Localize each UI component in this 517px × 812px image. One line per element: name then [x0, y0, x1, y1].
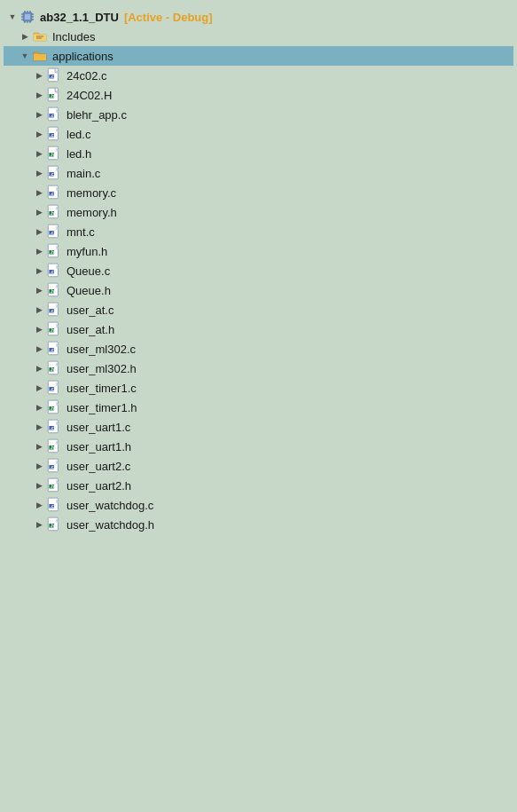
chevron-led-h[interactable] [32, 146, 46, 161]
svg-text:.h: .h [51, 327, 55, 333]
file-memory-c[interactable]: .c memory.c [4, 183, 513, 202]
file-queue-c[interactable]: .c Queue.c [4, 261, 513, 280]
svg-text:.h: .h [51, 152, 55, 157]
file-c-icon-2: .c [46, 106, 62, 122]
chevron-blehr-app[interactable] [32, 107, 46, 122]
file-queue-h-label: Queue.h [67, 284, 111, 297]
file-led-h[interactable]: .h led.h [4, 144, 513, 163]
chevron-includes[interactable] [18, 29, 32, 43]
file-c-icon-11: .c [46, 419, 62, 435]
file-24C02H[interactable]: .h 24C02.H [4, 85, 513, 105]
file-h-icon-7: .h [46, 360, 62, 376]
file-main-c[interactable]: .c main.c [4, 163, 513, 183]
svg-text:.c: .c [51, 308, 54, 313]
chevron-user-uart2-c[interactable] [32, 459, 46, 473]
svg-text:.h: .h [51, 93, 55, 99]
file-myfun-h[interactable]: .h myfun.h [4, 241, 513, 261]
includes-folder-icon [32, 28, 48, 44]
file-c-icon-10: .c [46, 380, 62, 396]
applications-folder[interactable]: applications [4, 46, 513, 66]
file-user-at-h[interactable]: .h user_at.h [4, 319, 513, 339]
svg-text:.c: .c [51, 464, 54, 469]
chevron-user-uart1-c[interactable] [32, 420, 46, 434]
file-user-at-c-label: user_at.c [67, 304, 114, 317]
svg-text:.c: .c [51, 230, 54, 235]
chevron-queue-h[interactable] [32, 283, 46, 297]
chevron-user-timer1-c[interactable] [32, 381, 46, 395]
chevron-memory-h[interactable] [32, 205, 46, 219]
file-mnt-c-label: mnt.c [67, 225, 95, 239]
file-c-icon-8: .c [46, 302, 62, 318]
svg-text:.h: .h [51, 249, 55, 255]
chevron-24C02H[interactable] [32, 88, 46, 102]
chevron-user-timer1-h[interactable] [32, 400, 46, 414]
file-queue-h[interactable]: .h Queue.h [4, 280, 513, 300]
chevron-user-at-h[interactable] [32, 322, 46, 336]
chevron-user-at-c[interactable] [32, 303, 46, 317]
chevron-memory-c[interactable] [32, 185, 46, 200]
file-user-uart1-h[interactable]: .h user_uart1.h [4, 437, 513, 456]
file-h-icon-9: .h [46, 438, 62, 454]
file-h-icon-8: .h [46, 399, 62, 415]
file-user-timer1-c[interactable]: .c user_timer1.c [4, 378, 513, 398]
chevron-myfun-h[interactable] [32, 244, 46, 258]
chevron-user-ml302-c[interactable] [32, 342, 46, 356]
applications-label: applications [52, 50, 114, 63]
file-user-timer1-h-label: user_timer1.h [67, 401, 137, 414]
svg-text:.h: .h [51, 210, 55, 216]
file-user-uart2-h-label: user_uart2.h [67, 479, 131, 493]
chevron-user-watchdog-c[interactable] [32, 498, 46, 512]
file-blehr-app-label: blehr_app.c [67, 108, 127, 122]
file-memory-h[interactable]: .h memory.h [4, 202, 513, 222]
chevron-led-c[interactable] [32, 127, 46, 141]
file-24c02c[interactable]: .c 24c02.c [4, 66, 513, 85]
chevron-24c02c[interactable] [32, 68, 46, 83]
file-mnt-c[interactable]: .c mnt.c [4, 222, 513, 241]
file-user-ml302-c[interactable]: .c user_ml302.c [4, 339, 513, 359]
svg-text:.h: .h [51, 523, 55, 528]
chevron-user-uart2-h[interactable] [32, 478, 46, 493]
chevron-mnt-c[interactable] [32, 225, 46, 239]
includes-label: Includes [52, 30, 95, 43]
file-c-icon: .c [46, 67, 62, 83]
file-user-timer1-h[interactable]: .h user_timer1.h [4, 398, 513, 417]
chevron-project[interactable] [5, 10, 20, 24]
chevron-user-uart1-h[interactable] [32, 439, 46, 453]
file-user-watchdog-h[interactable]: .h user_watchdog.h [4, 515, 513, 534]
file-c-icon-6: .c [46, 224, 62, 240]
file-memory-h-label: memory.h [67, 206, 117, 219]
file-user-timer1-c-label: user_timer1.c [67, 382, 137, 395]
project-status: [Active - Debug] [124, 11, 213, 24]
file-led-c-label: led.c [67, 128, 90, 141]
file-tree: ab32_1.1_DTU [Active - Debug] Includes [4, 7, 513, 534]
svg-rect-1 [25, 14, 30, 20]
includes-folder[interactable]: Includes [4, 27, 513, 46]
svg-text:.c: .c [51, 74, 54, 79]
file-led-h-label: led.h [67, 147, 91, 161]
svg-text:.h: .h [51, 288, 55, 294]
applications-folder-icon [32, 48, 48, 64]
chevron-user-watchdog-h[interactable] [32, 517, 46, 532]
chevron-applications[interactable] [18, 49, 32, 63]
project-root[interactable]: ab32_1.1_DTU [Active - Debug] [4, 7, 513, 27]
chevron-user-ml302-h[interactable] [32, 361, 46, 375]
file-memory-c-label: memory.c [67, 186, 116, 200]
file-user-watchdog-c[interactable]: .c user_watchdog.c [4, 495, 513, 515]
file-user-uart2-c[interactable]: .c user_uart2.c [4, 456, 513, 476]
file-h-icon: .h [46, 87, 62, 103]
file-user-ml302-c-label: user_ml302.c [67, 343, 136, 356]
chevron-main-c[interactable] [32, 166, 46, 180]
file-h-icon-2: .h [46, 146, 62, 162]
file-c-icon-3: .c [46, 126, 62, 142]
file-c-icon-5: .c [46, 185, 62, 201]
file-user-uart2-h[interactable]: .h user_uart2.h [4, 476, 513, 495]
file-user-at-c[interactable]: .c user_at.c [4, 300, 513, 319]
file-user-ml302-h[interactable]: .h user_ml302.h [4, 359, 513, 378]
file-led-c[interactable]: .c led.c [4, 124, 513, 144]
chevron-queue-c[interactable] [32, 264, 46, 278]
file-blehr-app-c[interactable]: .c blehr_app.c [4, 105, 513, 124]
file-user-uart1-c[interactable]: .c user_uart1.c [4, 417, 513, 437]
svg-text:.c: .c [51, 171, 54, 177]
svg-text:.c: .c [51, 347, 54, 352]
svg-text:.h: .h [51, 484, 55, 489]
